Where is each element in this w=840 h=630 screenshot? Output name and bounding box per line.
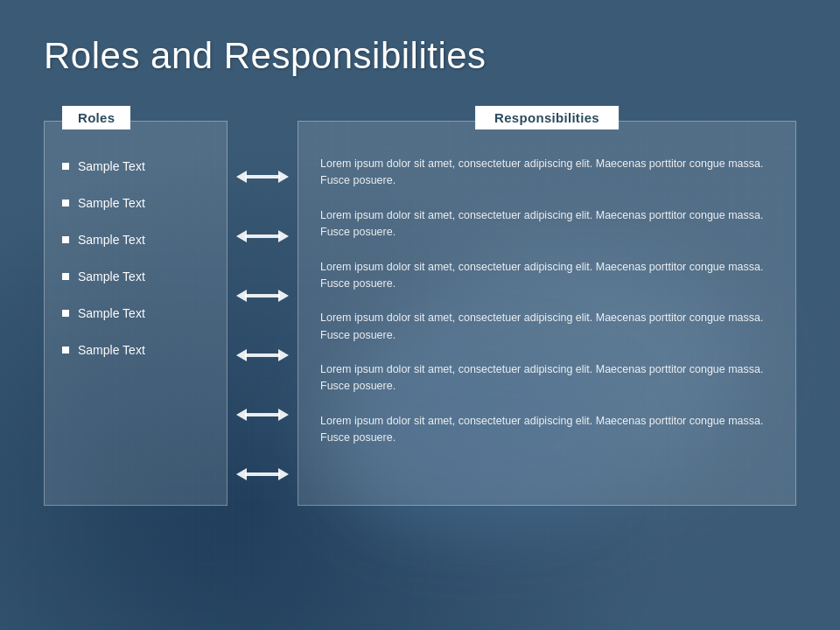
svg-marker-8 <box>278 290 289 302</box>
svg-marker-10 <box>236 349 247 361</box>
role-bullet <box>62 346 69 354</box>
role-label: Sample Text <box>78 306 145 320</box>
role-bullet <box>62 236 69 243</box>
arrow-row <box>236 326 289 385</box>
double-arrow-icon <box>236 169 289 185</box>
role-label: Sample Text <box>78 343 145 357</box>
arrow-row <box>236 206 289 266</box>
roles-panel: Roles Sample TextSample TextSample TextS… <box>44 121 228 506</box>
main-content: Roles and Responsibilities Roles Sample … <box>0 0 840 630</box>
role-bullet <box>62 163 69 170</box>
double-arrow-icon <box>236 228 289 244</box>
svg-rect-6 <box>245 294 280 298</box>
responsibilities-header: Responsibilities <box>475 106 619 130</box>
svg-marker-14 <box>278 409 289 421</box>
svg-marker-16 <box>236 468 247 480</box>
responsibility-item: Lorem ipsum dolor sit amet, consectetuer… <box>320 405 774 455</box>
svg-marker-5 <box>278 230 289 242</box>
arrow-row <box>236 266 289 326</box>
roles-header: Roles <box>62 106 130 130</box>
role-bullet <box>62 273 69 280</box>
responsibility-item: Lorem ipsum dolor sit amet, consectetuer… <box>320 354 774 403</box>
role-bullet <box>62 310 69 317</box>
role-item: Sample Text <box>62 221 214 258</box>
role-item: Sample Text <box>62 148 214 185</box>
arrows-column <box>228 121 298 504</box>
double-arrow-icon <box>236 466 289 482</box>
role-bullet <box>62 200 69 206</box>
page-title: Roles and Responsibilities <box>44 35 796 77</box>
role-item: Sample Text <box>62 332 214 368</box>
svg-rect-0 <box>245 175 280 178</box>
arrow-row <box>236 444 289 504</box>
double-arrow-icon <box>236 288 289 304</box>
svg-marker-11 <box>278 349 289 361</box>
role-item: Sample Text <box>62 258 214 295</box>
role-item: Sample Text <box>62 185 214 221</box>
svg-marker-7 <box>236 290 247 302</box>
svg-rect-3 <box>245 234 280 238</box>
arrow-row <box>236 147 289 206</box>
responsibilities-list: Lorem ipsum dolor sit amet, consectetuer… <box>298 122 795 472</box>
role-label: Sample Text <box>78 233 145 247</box>
role-label: Sample Text <box>78 196 145 210</box>
svg-marker-4 <box>236 230 247 242</box>
responsibilities-panel: Responsibilities Lorem ipsum dolor sit a… <box>298 121 796 506</box>
double-arrow-icon <box>236 407 289 423</box>
role-item: Sample Text <box>62 295 214 332</box>
svg-rect-9 <box>245 354 280 357</box>
svg-marker-17 <box>278 468 289 480</box>
double-arrow-icon <box>236 347 289 363</box>
svg-marker-13 <box>236 409 247 421</box>
svg-marker-2 <box>278 171 289 183</box>
role-label: Sample Text <box>78 270 145 284</box>
svg-rect-12 <box>245 413 280 416</box>
role-label: Sample Text <box>78 159 145 173</box>
layout-container: Roles Sample TextSample TextSample TextS… <box>44 121 796 604</box>
responsibility-item: Lorem ipsum dolor sit amet, consectetuer… <box>320 148 774 198</box>
responsibility-item: Lorem ipsum dolor sit amet, consectetuer… <box>320 200 774 249</box>
arrow-row <box>236 385 289 444</box>
svg-marker-1 <box>236 171 247 183</box>
responsibility-item: Lorem ipsum dolor sit amet, consectetuer… <box>320 302 774 352</box>
responsibility-item: Lorem ipsum dolor sit amet, consectetuer… <box>320 251 774 301</box>
roles-list: Sample TextSample TextSample TextSample … <box>45 122 227 386</box>
svg-rect-15 <box>245 472 280 476</box>
